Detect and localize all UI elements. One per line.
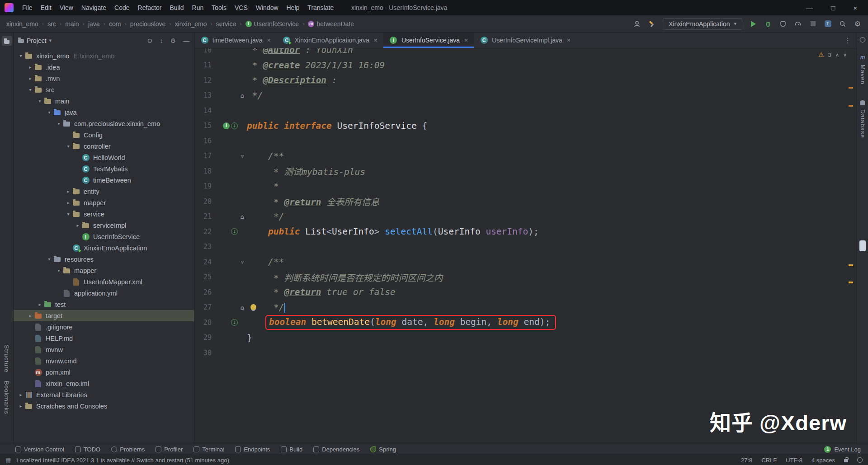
code-line-20[interactable]: 20 * @return 全表所有信息 xyxy=(194,194,857,209)
stop-button[interactable] xyxy=(809,20,817,28)
warning-stripe-mark[interactable] xyxy=(849,87,853,89)
toolwindow-endpoints[interactable]: Endpoints xyxy=(235,446,270,453)
run-button[interactable] xyxy=(749,20,757,28)
tree-expand-arrow-icon[interactable]: ▾ xyxy=(55,121,62,126)
tree-expand-arrow-icon[interactable]: ▸ xyxy=(27,313,34,318)
menu-help[interactable]: Help xyxy=(283,3,304,13)
warning-stripe-mark[interactable] xyxy=(849,282,853,283)
tree-expand-arrow-icon[interactable]: ▸ xyxy=(17,392,24,397)
inspections-widget[interactable]: ⚠ 3 ∧ ∨ xyxy=(818,51,847,58)
tree-expand-arrow-icon[interactable]: ▸ xyxy=(65,200,72,205)
debug-button[interactable] xyxy=(764,20,772,28)
code-line-24[interactable]: 24▿ /** xyxy=(194,254,857,270)
caret-position[interactable]: 27:8 xyxy=(741,457,752,464)
code-line-19[interactable]: 19 * xyxy=(194,179,857,194)
tab-close-icon[interactable]: × xyxy=(464,37,468,44)
menu-refactor[interactable]: Refactor xyxy=(134,3,166,13)
tree-item-help-md[interactable]: HELP.md xyxy=(14,333,194,344)
tree-item-com-preciouslove-xinxin-emo[interactable]: ▾com.preciouslove.xinxin_emo xyxy=(14,118,194,129)
hide-panel-icon[interactable]: — xyxy=(183,37,189,44)
translate-plugin-icon[interactable]: T xyxy=(824,20,832,28)
menu-edit[interactable]: Edit xyxy=(37,3,56,13)
readonly-lock-icon[interactable] xyxy=(844,459,848,462)
tree-item-target[interactable]: ▸target xyxy=(14,310,194,321)
tree-item-xinxin-emo-iml[interactable]: xinxin_emo.iml xyxy=(14,378,194,389)
prev-warning-arrow-icon[interactable]: ∧ xyxy=(835,52,839,58)
minimize-button[interactable]: — xyxy=(806,4,813,12)
code-line-18[interactable]: 18 * 测试mybatis-plus xyxy=(194,164,857,179)
breadcrumb-item-service[interactable]: service xyxy=(216,20,236,28)
tree-expand-arrow-icon[interactable]: ▾ xyxy=(65,211,72,216)
tree-item-xinxin-emo[interactable]: ▾xinxin_emoE:\xinxin_emo xyxy=(14,50,194,61)
toolwindow-problems[interactable]: Problems xyxy=(111,446,145,453)
tree-item-external-libraries[interactable]: ▸External Libraries xyxy=(14,389,194,400)
user-account-icon[interactable] xyxy=(633,20,641,28)
tree-item-controller[interactable]: ▾controller xyxy=(14,141,194,152)
code-line-26[interactable]: 26 * @return true or false xyxy=(194,285,857,300)
tree-item-resources[interactable]: ▾resources xyxy=(14,254,194,265)
code-editor[interactable]: 10 * @Author : YounXin11 * @create 2023/… xyxy=(194,48,857,444)
interface-marker-icon[interactable]: I xyxy=(223,122,230,129)
tree-item-mvnw[interactable]: mvnw xyxy=(14,344,194,355)
tree-item-mvn[interactable]: ▸.mvn xyxy=(14,73,194,84)
toolwindow-version-control[interactable]: Version Control xyxy=(15,446,64,453)
is-implemented-icon[interactable]: ↓ xyxy=(231,319,238,326)
tree-item-pom-xml[interactable]: mpom.xml xyxy=(14,366,194,378)
breadcrumb-item-userinfoservice[interactable]: IUserInfoService xyxy=(245,20,299,28)
tree-item-testmybatis[interactable]: CTestMybatis xyxy=(14,163,194,174)
menu-view[interactable]: View xyxy=(56,3,77,13)
breadcrumb-item-com[interactable]: com xyxy=(109,20,121,28)
is-implemented-icon[interactable]: ↓ xyxy=(231,122,238,129)
tab-userinfoserviceimpl-java[interactable]: CUserInfoServiceImpl.java× xyxy=(474,33,576,48)
tree-item-gitignore[interactable]: .gitignore xyxy=(14,321,194,333)
notifications-icon[interactable] xyxy=(857,457,863,463)
menu-navigate[interactable]: Navigate xyxy=(77,3,110,13)
code-line-11[interactable]: 11 * @create 2023/1/31 16:09 xyxy=(194,58,857,73)
stripe-button-maven[interactable]: mMaven xyxy=(859,54,866,89)
tree-item-userinfomapper-xml[interactable]: UserInfoMapper.xml xyxy=(14,276,194,287)
indent-style[interactable]: 4 spaces xyxy=(811,457,835,464)
breadcrumb-item-preciouslove[interactable]: preciouslove xyxy=(130,20,166,28)
tree-expand-arrow-icon[interactable]: ▸ xyxy=(36,302,43,307)
toolwindow-todo[interactable]: TODO xyxy=(75,446,100,453)
tree-expand-arrow-icon[interactable]: ▾ xyxy=(27,87,34,92)
breadcrumb-item-xinxin-emo[interactable]: xinxin_emo xyxy=(6,20,38,28)
expand-collapse-icon[interactable]: ↕ xyxy=(160,37,163,44)
tree-expand-arrow-icon[interactable]: ▸ xyxy=(27,65,34,70)
menu-file[interactable]: File xyxy=(18,3,37,13)
tree-item-helloworld[interactable]: CHelloWorld xyxy=(14,152,194,163)
build-hammer-icon[interactable] xyxy=(648,20,656,28)
tree-item-userinfoservice[interactable]: IUserInfoService xyxy=(14,231,194,242)
menu-run[interactable]: Run xyxy=(188,3,208,13)
fold-marker-icon[interactable]: ▿ xyxy=(238,153,247,160)
menu-tools[interactable]: Tools xyxy=(208,3,231,13)
toolwindow-switcher-icon[interactable]: ▦ xyxy=(5,457,11,464)
tree-item-idea[interactable]: ▸.idea xyxy=(14,61,194,73)
breadcrumb-item-xinxin-emo[interactable]: xinxin_emo xyxy=(175,20,207,28)
tab-close-icon[interactable]: × xyxy=(267,37,271,44)
tree-item-timebetween[interactable]: CtimeBetween xyxy=(14,174,194,186)
breadcrumb-item-main[interactable]: main xyxy=(65,20,79,28)
tree-expand-arrow-icon[interactable]: ▾ xyxy=(17,53,24,58)
tab-close-icon[interactable]: × xyxy=(374,37,377,44)
tab-options-icon[interactable]: ⋮ xyxy=(844,33,857,48)
tree-expand-arrow-icon[interactable]: ▸ xyxy=(74,223,81,228)
code-line-29[interactable]: 29} xyxy=(194,330,857,346)
tree-expand-arrow-icon[interactable]: ▸ xyxy=(17,404,24,409)
settings-gear-icon[interactable]: ⚙ xyxy=(854,20,862,28)
tree-expand-arrow-icon[interactable]: ▾ xyxy=(36,99,43,103)
code-line-12[interactable]: 12 * @Description : xyxy=(194,73,857,88)
event-log-button[interactable]: 1 Event Log xyxy=(824,446,861,453)
intention-bulb-icon[interactable] xyxy=(250,304,256,310)
file-encoding[interactable]: UTF-8 xyxy=(786,457,802,464)
tree-expand-arrow-icon[interactable]: ▸ xyxy=(65,189,72,194)
tree-item-application-yml[interactable]: application.yml xyxy=(14,287,194,299)
breadcrumb-item-src[interactable]: src xyxy=(47,20,56,28)
tree-item-scratches-and-consoles[interactable]: ▸Scratches and Consoles xyxy=(14,400,194,412)
fold-marker-icon[interactable]: ⌂ xyxy=(238,213,247,220)
code-line-14[interactable]: 14 xyxy=(194,103,857,118)
code-line-16[interactable]: 16 xyxy=(194,133,857,149)
line-separator[interactable]: CRLF xyxy=(761,457,777,464)
warning-stripe-mark[interactable] xyxy=(849,264,853,266)
warning-stripe-mark[interactable] xyxy=(849,105,853,107)
